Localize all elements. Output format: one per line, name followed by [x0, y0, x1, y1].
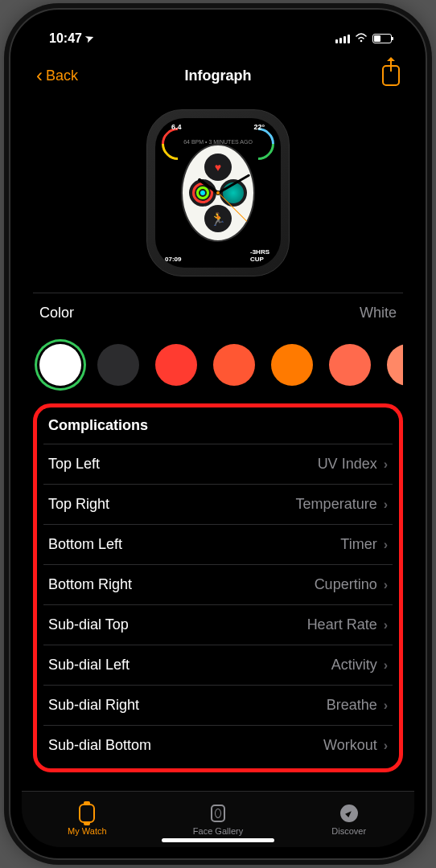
watch-icon [76, 803, 97, 824]
complication-value: Cupertino [315, 576, 377, 593]
subdial-bottom: 🏃 [204, 205, 232, 232]
tab-my-watch[interactable]: My Watch [22, 792, 153, 847]
corner-br-value: -3HRS CUP [250, 248, 269, 263]
compass-icon [339, 803, 360, 824]
complication-row-sub-dial-left[interactable]: Sub-dial LeftActivity› [43, 645, 393, 685]
complication-value: Timer [340, 536, 376, 553]
workout-icon: 🏃 [210, 211, 226, 227]
dial-center [216, 190, 220, 195]
status-time-group: 10:47 ➤ [44, 31, 93, 46]
color-swatch-0[interactable] [39, 344, 81, 386]
tab-discover[interactable]: Discover [283, 792, 414, 847]
color-swatch-5[interactable] [329, 344, 371, 386]
heart-icon: ♥ [215, 161, 221, 174]
status-right [335, 32, 392, 45]
back-label: Back [46, 68, 78, 84]
complication-value: Temperature [296, 496, 377, 513]
tab-label-gallery: Face Gallery [193, 826, 243, 836]
complication-row-top-left[interactable]: Top LeftUV Index› [43, 444, 393, 484]
watch-face: 6.4 22° 64 BPM • 3 MINUTES AGO ♥ 🏃 07:09 [155, 118, 281, 268]
complication-label: Top Left [48, 456, 100, 473]
color-row: Color White [33, 293, 403, 333]
page-title: Infograph [185, 68, 252, 84]
chevron-right-icon: › [384, 698, 388, 713]
color-swatch-2[interactable] [155, 344, 197, 386]
nav-bar: ‹ Back Infograph [22, 56, 414, 95]
chevron-left-icon: ‹ [36, 64, 43, 87]
complication-value: UV Index [318, 456, 377, 473]
status-time: 10:47 [49, 31, 82, 46]
complication-label: Sub-dial Right [48, 697, 139, 714]
complications-header: Complications [43, 414, 393, 444]
content: 6.4 22° 64 BPM • 3 MINUTES AGO ♥ 🏃 07:09 [22, 95, 414, 791]
complication-row-bottom-right[interactable]: Bottom RightCupertino› [43, 564, 393, 604]
chevron-right-icon: › [384, 618, 388, 633]
color-swatch-4[interactable] [271, 344, 313, 386]
color-value: White [360, 305, 397, 321]
notch [134, 10, 302, 34]
signal-icon [335, 35, 350, 43]
complication-label: Sub-dial Top [48, 616, 129, 633]
complication-label: Bottom Right [48, 576, 132, 593]
phone-frame: 10:47 ➤ ‹ Back Infograph [9, 8, 427, 860]
battery-icon [372, 34, 392, 43]
home-indicator[interactable] [162, 838, 274, 842]
complication-row-sub-dial-bottom[interactable]: Sub-dial BottomWorkout› [43, 725, 393, 765]
color-swatch-strip[interactable] [33, 333, 403, 403]
complication-label: Top Right [48, 496, 109, 513]
chevron-right-icon: › [384, 457, 388, 472]
tab-label-my-watch: My Watch [68, 826, 107, 836]
color-swatch-3[interactable] [213, 344, 255, 386]
complication-row-sub-dial-right[interactable]: Sub-dial RightBreathe› [43, 685, 393, 725]
corner-bl-value: 07:09 [165, 256, 181, 263]
complication-label: Sub-dial Bottom [48, 737, 151, 754]
complication-row-top-right[interactable]: Top RightTemperature› [43, 484, 393, 524]
complications-section: Complications Top LeftUV Index›Top Right… [33, 403, 403, 772]
complication-label: Sub-dial Left [48, 657, 130, 674]
complication-value: Breathe [327, 697, 377, 714]
complication-label: Bottom Left [48, 536, 122, 553]
color-swatch-6[interactable] [387, 344, 403, 386]
watch-face-preview[interactable]: 6.4 22° 64 BPM • 3 MINUTES AGO ♥ 🏃 07:09 [33, 95, 403, 293]
back-button[interactable]: ‹ Back [36, 64, 78, 87]
chevron-right-icon: › [384, 497, 388, 512]
complication-row-bottom-left[interactable]: Bottom LeftTimer› [43, 524, 393, 564]
watch-body: 6.4 22° 64 BPM • 3 MINUTES AGO ♥ 🏃 07:09 [146, 109, 290, 276]
color-label: Color [39, 305, 74, 321]
complication-value: Activity [331, 657, 377, 674]
subdial-top: ♥ [204, 154, 232, 181]
screen: 10:47 ➤ ‹ Back Infograph [22, 21, 414, 847]
chevron-right-icon: › [384, 658, 388, 673]
chevron-right-icon: › [384, 578, 388, 592]
svg-point-0 [360, 40, 363, 43]
tab-label-discover: Discover [331, 826, 366, 836]
wifi-icon [355, 32, 368, 45]
chevron-right-icon: › [384, 739, 388, 753]
chevron-right-icon: › [384, 538, 388, 552]
corner-tl-value: 6.4 [171, 123, 182, 131]
complication-value: Workout [323, 737, 377, 754]
share-button[interactable] [382, 65, 400, 86]
gallery-icon [208, 803, 228, 824]
complication-row-sub-dial-top[interactable]: Sub-dial TopHeart Rate› [43, 604, 393, 645]
location-icon: ➤ [84, 32, 95, 46]
complication-value: Heart Rate [307, 616, 377, 633]
corner-tr-value: 22° [253, 123, 265, 131]
color-swatch-1[interactable] [97, 344, 139, 386]
